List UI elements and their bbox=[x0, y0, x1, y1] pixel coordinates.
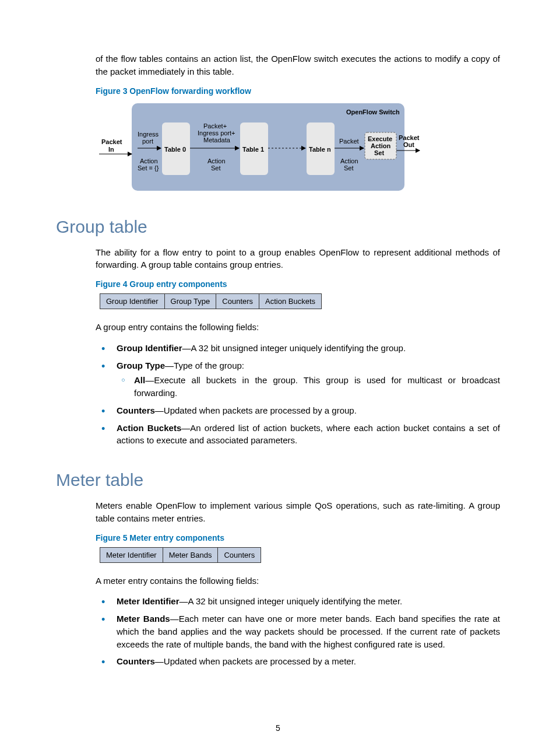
meter-fields-intro: A meter entry contains the following fie… bbox=[96, 575, 500, 587]
list-item: Counters—Updated when packets are proces… bbox=[96, 655, 500, 668]
figure-3-diagram: OpenFlow Switch Packet In Ingress port A… bbox=[96, 100, 500, 194]
svg-text:port: port bbox=[142, 138, 153, 145]
svg-text:OpenFlow Switch: OpenFlow Switch bbox=[346, 108, 400, 116]
action-buckets-label: Action Buckets bbox=[117, 423, 181, 433]
table-cell: Counters bbox=[218, 547, 261, 562]
group-table-heading: Group table bbox=[56, 217, 500, 237]
svg-text:Table 0: Table 0 bbox=[164, 146, 186, 153]
table-cell: Meter Identifier bbox=[100, 547, 163, 562]
meter-identifier-text: —A 32 bit unsigned integer uniquely iden… bbox=[180, 596, 403, 606]
group-identifier-label: Group Identifier bbox=[117, 343, 182, 353]
svg-text:Set: Set bbox=[374, 149, 384, 156]
svg-text:Ingress port+: Ingress port+ bbox=[198, 130, 235, 136]
meter-bands-label: Meter Bands bbox=[117, 614, 170, 624]
table-cell: Group Identifier bbox=[100, 294, 165, 309]
list-item: Group Type—Type of the group: All—Execut… bbox=[96, 359, 500, 400]
meter-counters-text: —Updated when packets are processed by a… bbox=[155, 656, 356, 666]
list-item: Action Buckets—An ordered list of action… bbox=[96, 422, 500, 447]
group-type-text: —Type of the group: bbox=[165, 360, 244, 370]
list-item: Group Identifier—A 32 bit unsigned integ… bbox=[96, 342, 500, 355]
group-type-label: Group Type bbox=[117, 360, 165, 370]
svg-text:Action: Action bbox=[340, 158, 358, 164]
svg-text:Packet: Packet bbox=[101, 138, 122, 145]
meter-intro: Meters enable OpenFlow to implement vari… bbox=[96, 499, 500, 525]
list-item: Counters—Updated when packets are proces… bbox=[96, 404, 500, 417]
svg-text:Action: Action bbox=[207, 158, 226, 164]
intro-paragraph: of the flow tables contains an action li… bbox=[96, 52, 500, 78]
svg-text:Packet+: Packet+ bbox=[203, 123, 227, 130]
figure-5-caption: Figure 5 Meter entry components bbox=[96, 533, 500, 542]
meter-bands-text: —Each meter can have one or more meter b… bbox=[117, 614, 500, 649]
meter-counters-label: Counters bbox=[117, 656, 155, 666]
table-cell: Group Type bbox=[164, 294, 216, 309]
svg-text:Packet: Packet bbox=[399, 134, 420, 141]
figure-4-caption: Figure 4 Group entry components bbox=[96, 279, 500, 289]
list-item: Meter Identifier—A 32 bit unsigned integ… bbox=[96, 595, 500, 608]
counters-label: Counters bbox=[117, 405, 155, 415]
group-identifier-text: —A 32 bit unsigned integer uniquely iden… bbox=[182, 343, 406, 353]
svg-text:Packet: Packet bbox=[339, 138, 359, 145]
svg-text:Execute: Execute bbox=[368, 135, 392, 142]
svg-text:Action: Action bbox=[371, 142, 391, 149]
svg-text:Set = {}: Set = {} bbox=[138, 164, 159, 172]
page-number: 5 bbox=[0, 723, 556, 733]
svg-text:In: In bbox=[108, 146, 114, 153]
sub-list-item: All—Execute all buckets in the group. Th… bbox=[117, 374, 500, 400]
all-text: —Execute all buckets in the group. This … bbox=[134, 375, 500, 398]
figure-4-table: Group Identifier Group Type Counters Act… bbox=[100, 293, 322, 309]
group-fields-intro: A group entry contains the following fie… bbox=[96, 321, 500, 334]
all-label: All bbox=[134, 375, 145, 385]
table-cell: Counters bbox=[216, 294, 259, 309]
list-item: Meter Bands—Each meter can have one or m… bbox=[96, 612, 500, 650]
counters-text: —Updated when packets are processed by a… bbox=[155, 405, 357, 415]
figure-3-caption: Figure 3 OpenFlow forwarding workflow bbox=[96, 86, 500, 96]
table-cell: Meter Bands bbox=[163, 547, 218, 562]
meter-table-heading: Meter table bbox=[56, 470, 500, 490]
svg-text:Table 1: Table 1 bbox=[242, 146, 264, 153]
group-intro: The ability for a flow entry to point to… bbox=[96, 246, 500, 272]
svg-text:Table n: Table n bbox=[309, 146, 331, 153]
figure-5-table: Meter Identifier Meter Bands Counters bbox=[100, 547, 261, 563]
svg-text:Metadata: Metadata bbox=[203, 136, 231, 144]
table-cell: Action Buckets bbox=[259, 294, 322, 309]
svg-text:Out: Out bbox=[403, 141, 414, 148]
svg-text:Action: Action bbox=[140, 158, 158, 164]
svg-text:Set: Set bbox=[344, 164, 354, 172]
meter-identifier-label: Meter Identifier bbox=[117, 596, 180, 606]
svg-text:Ingress: Ingress bbox=[138, 131, 159, 138]
svg-text:Set: Set bbox=[211, 164, 221, 172]
